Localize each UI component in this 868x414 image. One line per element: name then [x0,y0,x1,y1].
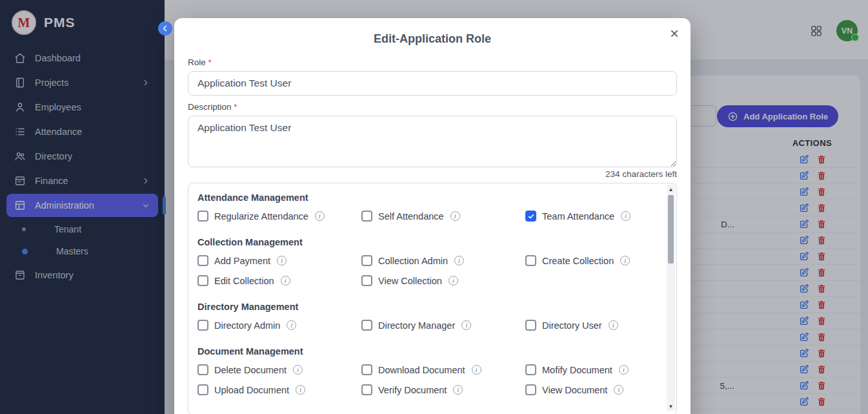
edit-application-role-modal: × Edit-Application Role Role * Descripti… [174,18,691,414]
checkbox[interactable] [525,364,536,375]
permission-group: Document ManagementDelete DocumentiDownl… [197,346,653,395]
permission-checkbox-row[interactable]: View Documenti [525,384,653,395]
permission-grid: Directory AdminiDirectory ManageriDirect… [197,320,653,331]
permission-label: Self Attendance [378,211,444,222]
permission-checkbox-row[interactable]: Directory Manageri [361,320,521,331]
permission-checkbox-row[interactable]: Delete Documenti [197,364,358,375]
scrollbar-thumb[interactable] [668,195,674,264]
checkbox[interactable] [197,384,208,395]
permission-checkbox-row[interactable]: Collection Admini [361,255,521,266]
description-textarea[interactable]: Application Test User [188,116,677,167]
role-label-text: Role [188,57,206,67]
checkbox[interactable] [361,384,372,395]
permission-label: Regularize Attendance [214,211,308,222]
info-icon[interactable]: i [621,211,631,221]
permission-grid: Delete DocumentiDownload DocumentiMofify… [197,364,653,395]
info-icon[interactable]: i [296,385,305,395]
permission-group: Attendance ManagementRegularize Attendan… [197,192,653,222]
permission-group: Collection ManagementAdd PaymentiCollect… [197,237,653,286]
chevron-left-icon [161,24,170,33]
info-icon[interactable]: i [287,320,296,330]
permission-label: View Collection [378,276,442,286]
permission-label: Delete Document [214,365,287,375]
permission-label: Directory User [542,320,602,331]
role-label: Role * [188,57,677,67]
info-icon[interactable]: i [472,365,481,375]
permission-label: Directory Admin [214,320,280,331]
close-icon[interactable]: × [667,23,681,44]
permission-checkbox-row[interactable]: Create Collectioni [525,255,653,266]
info-icon[interactable]: i [614,385,623,395]
permission-grid: Regularize AttendanceiSelf AttendanceiTe… [197,211,653,222]
permissions-panel: Attendance ManagementRegularize Attendan… [188,183,677,414]
checkbox[interactable] [197,320,208,331]
info-icon[interactable]: i [620,256,630,265]
info-icon[interactable]: i [449,276,458,285]
checkbox[interactable] [197,211,208,222]
permission-label: Edit Collection [214,276,274,286]
permission-checkbox-row[interactable]: Add Paymenti [197,255,358,266]
permission-group-title: Directory Management [197,302,653,312]
permission-checkbox-row[interactable]: Self Attendancei [361,211,521,222]
info-icon[interactable]: i [450,211,460,221]
permission-label: Download Document [378,365,465,375]
description-label: Description * [188,102,677,112]
permission-checkbox-row[interactable]: Upload Documenti [197,384,358,395]
permission-checkbox-row[interactable]: Mofify Documenti [525,364,653,375]
permission-label: Add Payment [214,256,270,266]
modal-body: Role * Description * Application Test Us… [174,46,691,414]
sidebar-collapse-button[interactable] [158,21,172,36]
permission-label: Directory Manager [378,320,455,331]
permission-group: Directory ManagementDirectory AdminiDire… [197,302,653,331]
permission-group-title: Collection Management [197,237,653,247]
info-icon[interactable]: i [461,320,471,330]
permission-group-title: Attendance Management [197,192,653,203]
permission-label: Upload Document [214,385,289,395]
required-asterisk: * [208,57,212,67]
scrollbar[interactable]: ▲ ▼ [667,185,675,411]
permission-grid: Add PaymentiCollection AdminiCreate Coll… [197,255,653,286]
info-icon[interactable]: i [277,256,287,265]
scroll-up-arrow-icon[interactable]: ▲ [669,185,674,194]
checkbox[interactable] [361,364,372,375]
permission-label: Verify Document [378,385,447,395]
checkbox[interactable] [361,275,372,286]
checkbox[interactable] [197,364,208,375]
scroll-down-arrow-icon[interactable]: ▼ [669,402,674,411]
required-asterisk: * [234,102,237,112]
checkbox[interactable] [525,211,536,222]
info-icon[interactable]: i [453,385,463,395]
permission-label: View Document [542,385,607,395]
checkbox[interactable] [197,255,208,266]
permission-checkbox-row[interactable]: Directory Admini [197,320,358,331]
description-label-text: Description [188,102,232,112]
permission-label: Mofify Document [542,365,612,375]
modal-title: Edit-Application Role [174,18,691,46]
permission-label: Create Collection [542,256,614,266]
characters-left-counter: 234 characters left [188,169,677,179]
info-icon[interactable]: i [619,365,629,375]
info-icon[interactable]: i [293,365,303,375]
permission-label: Team Attendance [542,211,614,222]
permission-checkbox-row[interactable]: View Collectioni [361,275,521,286]
permission-checkbox-row[interactable]: Directory Useri [525,320,653,331]
checkbox[interactable] [361,211,372,222]
permission-groups: Attendance ManagementRegularize Attendan… [188,183,676,414]
checkbox[interactable] [197,275,208,286]
checkbox[interactable] [525,320,536,331]
info-icon[interactable]: i [281,276,290,285]
checkbox[interactable] [525,384,536,395]
permission-checkbox-row[interactable]: Regularize Attendancei [197,211,358,222]
checkbox[interactable] [525,255,536,266]
permission-checkbox-row[interactable]: Edit Collectioni [197,275,358,286]
info-icon[interactable]: i [315,211,325,221]
info-icon[interactable]: i [609,320,618,330]
role-input[interactable] [188,71,677,96]
permission-checkbox-row[interactable]: Verify Documenti [361,384,521,395]
permission-checkbox-row[interactable]: Team Attendancei [525,211,653,222]
permission-checkbox-row[interactable]: Download Documenti [361,364,521,375]
checkbox[interactable] [361,320,372,331]
permission-label: Collection Admin [378,256,448,266]
info-icon[interactable]: i [454,256,464,265]
checkbox[interactable] [361,255,372,266]
